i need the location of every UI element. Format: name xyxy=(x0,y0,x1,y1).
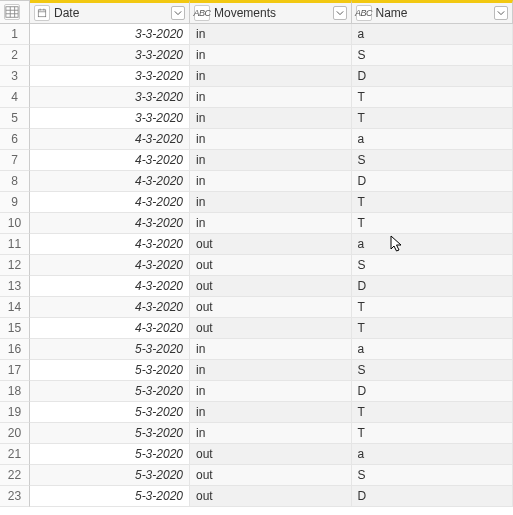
column-header-date[interactable]: Date xyxy=(30,0,190,24)
row-number-cell[interactable]: 21 xyxy=(0,444,30,465)
table-row[interactable]: 205-3-2020inT xyxy=(0,423,513,444)
cell-date[interactable]: 5-3-2020 xyxy=(30,339,190,360)
row-number-cell[interactable]: 15 xyxy=(0,318,30,339)
table-row[interactable]: 33-3-2020inD xyxy=(0,66,513,87)
table-row[interactable]: 124-3-2020outS xyxy=(0,255,513,276)
cell-date[interactable]: 3-3-2020 xyxy=(30,108,190,129)
cell-movements[interactable]: out xyxy=(190,234,352,255)
cell-movements[interactable]: out xyxy=(190,276,352,297)
row-number-cell[interactable]: 7 xyxy=(0,150,30,171)
cell-name[interactable]: S xyxy=(352,465,514,486)
cell-movements[interactable]: out xyxy=(190,318,352,339)
cell-movements[interactable]: out xyxy=(190,486,352,507)
row-number-cell[interactable]: 19 xyxy=(0,402,30,423)
row-number-cell[interactable]: 3 xyxy=(0,66,30,87)
table-row[interactable]: 154-3-2020outT xyxy=(0,318,513,339)
table-row[interactable]: 215-3-2020outa xyxy=(0,444,513,465)
cell-date[interactable]: 4-3-2020 xyxy=(30,255,190,276)
table-row[interactable]: 165-3-2020ina xyxy=(0,339,513,360)
cell-name[interactable]: S xyxy=(352,150,514,171)
cell-name[interactable]: a xyxy=(352,234,514,255)
cell-movements[interactable]: in xyxy=(190,66,352,87)
cell-name[interactable]: S xyxy=(352,45,514,66)
cell-movements[interactable]: in xyxy=(190,339,352,360)
cell-movements[interactable]: out xyxy=(190,297,352,318)
cell-date[interactable]: 5-3-2020 xyxy=(30,444,190,465)
table-row[interactable]: 13-3-2020ina xyxy=(0,24,513,45)
cell-date[interactable]: 3-3-2020 xyxy=(30,24,190,45)
column-header-name[interactable]: ABC Name xyxy=(352,0,514,24)
cell-movements[interactable]: in xyxy=(190,402,352,423)
row-number-cell[interactable]: 14 xyxy=(0,297,30,318)
row-number-cell[interactable]: 8 xyxy=(0,171,30,192)
row-number-cell[interactable]: 10 xyxy=(0,213,30,234)
cell-date[interactable]: 4-3-2020 xyxy=(30,297,190,318)
cell-movements[interactable]: in xyxy=(190,108,352,129)
row-number-cell[interactable]: 22 xyxy=(0,465,30,486)
cell-movements[interactable]: in xyxy=(190,129,352,150)
table-row[interactable]: 235-3-2020outD xyxy=(0,486,513,507)
cell-name[interactable]: T xyxy=(352,318,514,339)
cell-movements[interactable]: in xyxy=(190,423,352,444)
row-number-cell[interactable]: 23 xyxy=(0,486,30,507)
column-header-movements[interactable]: ABC Movements xyxy=(190,0,352,24)
row-number-cell[interactable]: 20 xyxy=(0,423,30,444)
cell-date[interactable]: 4-3-2020 xyxy=(30,318,190,339)
table-row[interactable]: 195-3-2020inT xyxy=(0,402,513,423)
cell-name[interactable]: T xyxy=(352,297,514,318)
row-number-cell[interactable]: 2 xyxy=(0,45,30,66)
cell-movements[interactable]: in xyxy=(190,45,352,66)
cell-name[interactable]: S xyxy=(352,360,514,381)
cell-date[interactable]: 5-3-2020 xyxy=(30,423,190,444)
cell-name[interactable]: T xyxy=(352,87,514,108)
cell-movements[interactable]: in xyxy=(190,87,352,108)
table-row[interactable]: 53-3-2020inT xyxy=(0,108,513,129)
cell-date[interactable]: 3-3-2020 xyxy=(30,66,190,87)
cell-date[interactable]: 4-3-2020 xyxy=(30,234,190,255)
table-row[interactable]: 185-3-2020inD xyxy=(0,381,513,402)
cell-name[interactable]: T xyxy=(352,108,514,129)
cell-movements[interactable]: in xyxy=(190,381,352,402)
cell-name[interactable]: T xyxy=(352,423,514,444)
cell-date[interactable]: 5-3-2020 xyxy=(30,465,190,486)
cell-name[interactable]: D xyxy=(352,66,514,87)
cell-date[interactable]: 4-3-2020 xyxy=(30,171,190,192)
cell-name[interactable]: T xyxy=(352,213,514,234)
table-row[interactable]: 175-3-2020inS xyxy=(0,360,513,381)
cell-date[interactable]: 4-3-2020 xyxy=(30,192,190,213)
table-row[interactable]: 43-3-2020inT xyxy=(0,87,513,108)
cell-date[interactable]: 4-3-2020 xyxy=(30,276,190,297)
cell-movements[interactable]: out xyxy=(190,444,352,465)
row-number-cell[interactable]: 13 xyxy=(0,276,30,297)
column-filter-movements[interactable] xyxy=(333,6,347,20)
cell-name[interactable]: a xyxy=(352,24,514,45)
cell-name[interactable]: D xyxy=(352,276,514,297)
cell-movements[interactable]: out xyxy=(190,255,352,276)
table-row[interactable]: 84-3-2020inD xyxy=(0,171,513,192)
cell-date[interactable]: 3-3-2020 xyxy=(30,87,190,108)
row-number-cell[interactable]: 5 xyxy=(0,108,30,129)
cell-name[interactable]: D xyxy=(352,171,514,192)
column-filter-name[interactable] xyxy=(494,6,508,20)
table-row[interactable]: 134-3-2020outD xyxy=(0,276,513,297)
cell-date[interactable]: 5-3-2020 xyxy=(30,486,190,507)
table-row[interactable]: 144-3-2020outT xyxy=(0,297,513,318)
table-row[interactable]: 225-3-2020outS xyxy=(0,465,513,486)
column-filter-date[interactable] xyxy=(171,6,185,20)
cell-movements[interactable]: in xyxy=(190,192,352,213)
cell-date[interactable]: 5-3-2020 xyxy=(30,402,190,423)
cell-date[interactable]: 4-3-2020 xyxy=(30,150,190,171)
cell-date[interactable]: 4-3-2020 xyxy=(30,213,190,234)
row-number-cell[interactable]: 6 xyxy=(0,129,30,150)
cell-movements[interactable]: in xyxy=(190,24,352,45)
cell-date[interactable]: 5-3-2020 xyxy=(30,381,190,402)
cell-movements[interactable]: in xyxy=(190,360,352,381)
table-row[interactable]: 104-3-2020inT xyxy=(0,213,513,234)
cell-name[interactable]: a xyxy=(352,339,514,360)
cell-name[interactable]: a xyxy=(352,444,514,465)
cell-name[interactable]: T xyxy=(352,192,514,213)
row-number-cell[interactable]: 17 xyxy=(0,360,30,381)
cell-name[interactable]: S xyxy=(352,255,514,276)
row-number-cell[interactable]: 11 xyxy=(0,234,30,255)
cell-movements[interactable]: in xyxy=(190,150,352,171)
